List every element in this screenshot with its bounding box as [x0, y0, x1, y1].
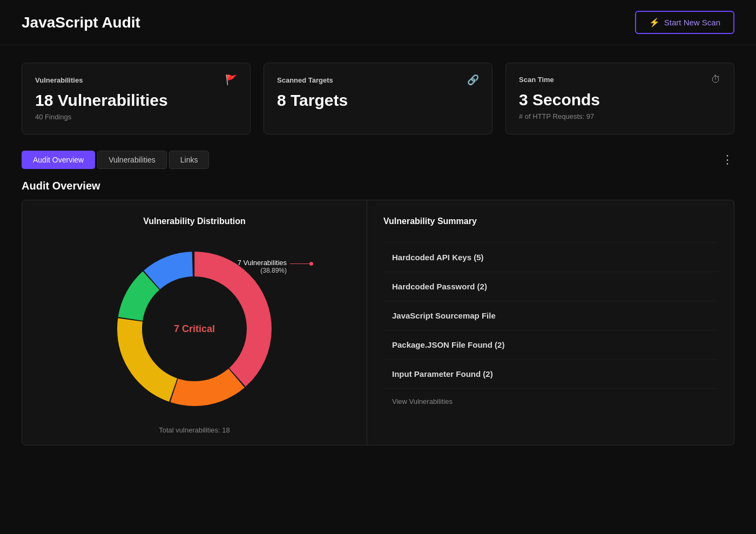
summary-item-3[interactable]: Package.JSON File Found (2) [383, 330, 718, 360]
distribution-title: Vulnerability Distribution [143, 217, 246, 226]
scan-time-card: Scan Time ⏱ 3 Seconds # of HTTP Requests… [505, 63, 734, 134]
vulnerabilities-card: Vulnerabilities 🚩 18 Vulnerabilities 40 … [22, 63, 251, 134]
summary-item-4[interactable]: Input Parameter Found (2) [383, 360, 718, 389]
annotation-value: 7 Vulnerabilities [238, 259, 287, 267]
chart-total-label: Total vulnerabilities: 18 [159, 426, 230, 434]
summary-item-0[interactable]: Hardcoded API Keys (5) [383, 242, 718, 272]
targets-count: 8 Targets [277, 91, 479, 110]
vulnerabilities-card-label: Vulnerabilities [35, 76, 83, 84]
distribution-panel: Vulnerability Distribution 7 Vulnerabili… [22, 200, 367, 445]
donut-chart: 7 Vulnerabilities (38.89%) [108, 242, 281, 415]
scan-time-value: 3 Seconds [519, 91, 721, 109]
scanned-targets-label: Scanned Targets [277, 76, 333, 84]
start-scan-button[interactable]: ⚡ Start New Scan [635, 11, 734, 34]
annotation-pct: (38.89%) [260, 267, 287, 274]
chart-annotation: 7 Vulnerabilities (38.89%) [238, 259, 313, 274]
scan-time-label: Scan Time [519, 76, 554, 84]
annotation-line [290, 263, 309, 264]
scanned-targets-card-header: Scanned Targets 🔗 [277, 74, 479, 86]
link-icon: 🔗 [467, 74, 479, 86]
clock-icon: ⏱ [711, 74, 721, 85]
flag-icon: 🚩 [225, 74, 237, 86]
page-title: JavaScript Audit [22, 14, 140, 31]
section-heading: Audit Overview [0, 169, 756, 200]
header: JavaScript Audit ⚡ Start New Scan [0, 0, 756, 45]
vulnerabilities-findings: 40 Findings [35, 113, 237, 121]
more-options-menu[interactable]: ⋮ [721, 153, 734, 167]
vulnerabilities-count: 18 Vulnerabilities [35, 91, 237, 110]
lightning-icon: ⚡ [649, 17, 660, 28]
summary-title: Vulnerability Summary [383, 217, 718, 226]
tabs-row: Audit Overview Vulnerabilities Links ⋮ [0, 145, 756, 169]
tab-group: Audit Overview Vulnerabilities Links [22, 151, 209, 169]
summary-panel: Vulnerability Summary Hardcoded API Keys… [367, 200, 734, 445]
annotation-dot [309, 262, 313, 266]
vulnerabilities-card-header: Vulnerabilities 🚩 [35, 74, 237, 86]
summary-item-1[interactable]: Hardcoded Password (2) [383, 272, 718, 301]
http-requests-count: # of HTTP Requests: 97 [519, 112, 721, 120]
chart-center-text: 7 Critical [174, 323, 215, 335]
tab-links[interactable]: Links [169, 151, 210, 169]
scan-time-card-header: Scan Time ⏱ [519, 74, 721, 85]
main-content: Vulnerability Distribution 7 Vulnerabili… [0, 200, 756, 445]
tab-vulnerabilities[interactable]: Vulnerabilities [97, 151, 167, 169]
summary-item-2[interactable]: JavaScript Sourcemap File [383, 301, 718, 330]
view-vulnerabilities-link[interactable]: View Vulnerabilities [383, 397, 718, 405]
summary-items-list: Hardcoded API Keys (5) Hardcoded Passwor… [383, 242, 718, 389]
start-scan-label: Start New Scan [664, 18, 720, 27]
scanned-targets-card: Scanned Targets 🔗 8 Targets [264, 63, 492, 134]
tab-audit-overview[interactable]: Audit Overview [22, 151, 95, 169]
stats-row: Vulnerabilities 🚩 18 Vulnerabilities 40 … [0, 45, 756, 145]
